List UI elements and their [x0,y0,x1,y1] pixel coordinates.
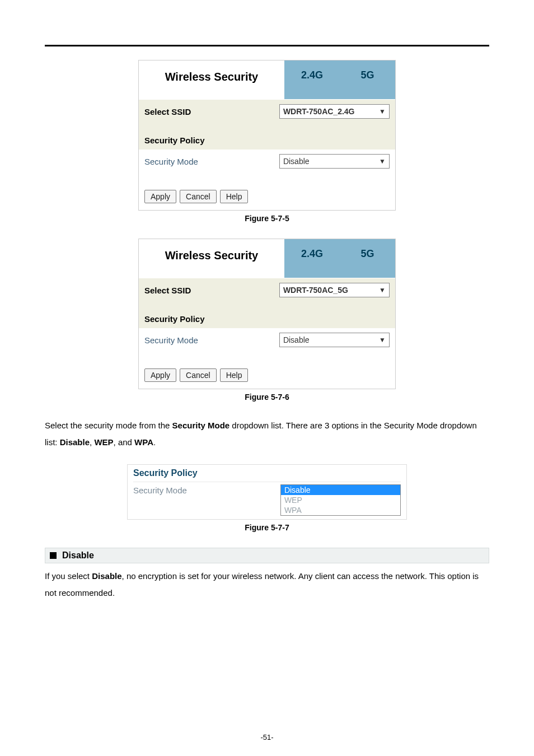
select-ssid-dropdown[interactable]: WDRT-750AC_2.4G ▼ [279,104,390,119]
help-button[interactable]: Help [220,368,249,382]
panel-header: Wireless Security 2.4G 5G [139,60,395,100]
option-disable[interactable]: Disable [281,485,400,495]
security-mode-value: Disable [283,335,310,344]
cancel-button[interactable]: Cancel [180,190,217,203]
panel-title: Wireless Security [139,239,284,278]
select-ssid-value: WDRT-750AC_2.4G [283,107,355,116]
panel-actions: Apply Cancel Help [139,173,395,209]
figure-caption-577: Figure 5-7-7 [45,523,489,532]
subsection-header-disable: Disable [45,548,489,563]
chevron-down-icon: ▼ [379,336,386,344]
panel-header: Wireless Security 2.4G 5G [139,239,395,278]
band-tabs: 2.4G 5G [284,60,395,99]
figure-caption-575: Figure 5-7-5 [45,214,489,223]
help-button[interactable]: Help [220,190,249,203]
tab-2-4g[interactable]: 2.4G [284,244,340,264]
panel-gap [139,123,395,131]
security-mode-label: Security Mode [144,335,279,345]
chevron-down-icon: ▼ [379,286,386,294]
wireless-security-panel-24g: Wireless Security 2.4G 5G Select SSID WD… [138,60,396,211]
paragraph-security-mode-intro: Select the security mode from the Securi… [45,417,489,451]
security-mode-value: Disable [283,157,310,166]
square-bullet-icon [50,552,57,559]
panel-actions: Apply Cancel Help [139,352,395,388]
security-mode-options-panel: Security Policy Security Mode Disable WE… [127,464,407,520]
security-policy-label: Security Policy [144,136,279,145]
security-mode-dropdown[interactable]: Disable ▼ [279,154,390,169]
page: Wireless Security 2.4G 5G Select SSID WD… [0,0,534,756]
security-mode-dropdown[interactable]: Disable ▼ [279,333,390,347]
select-ssid-dropdown[interactable]: WDRT-750AC_5G ▼ [279,283,390,297]
select-ssid-value: WDRT-750AC_5G [283,286,348,295]
security-mode-label: Security Mode [144,157,279,166]
panel-gap [139,302,395,310]
wireless-security-panel-5g: Wireless Security 2.4G 5G Select SSID WD… [138,239,396,389]
security-mode-label: Security Mode [133,484,280,516]
subsection-title: Disable [62,550,94,561]
security-policy-label: Security Policy [133,466,401,482]
select-ssid-label: Select SSID [144,286,279,295]
tab-5g[interactable]: 5G [340,244,395,264]
security-mode-dropdown-open[interactable]: Disable WEP WPA [280,484,401,516]
security-mode-row: Security Mode Disable WEP WPA [133,484,401,516]
tab-2-4g[interactable]: 2.4G [284,65,340,86]
tab-5g[interactable]: 5G [340,65,395,86]
security-policy-header: Security Policy [139,310,395,328]
page-number: -51- [0,733,534,741]
apply-button[interactable]: Apply [144,368,176,382]
band-tabs: 2.4G 5G [284,239,395,278]
option-wep[interactable]: WEP [281,495,400,505]
option-wpa[interactable]: WPA [281,505,400,515]
panel-title: Wireless Security [139,60,284,99]
figure-caption-576: Figure 5-7-6 [45,393,489,402]
top-rule [45,45,489,46]
paragraph-disable-description: If you select Disable, no encryption is … [45,568,489,601]
security-mode-row: Security Mode Disable ▼ [144,328,390,352]
select-ssid-label: Select SSID [144,107,279,116]
security-policy-header: Security Policy [139,131,395,150]
apply-button[interactable]: Apply [144,190,176,203]
cancel-button[interactable]: Cancel [180,368,217,382]
security-mode-row: Security Mode Disable ▼ [144,150,390,173]
chevron-down-icon: ▼ [379,108,386,115]
select-ssid-row: Select SSID WDRT-750AC_2.4G ▼ [139,100,395,123]
security-policy-label: Security Policy [144,314,279,324]
select-ssid-row: Select SSID WDRT-750AC_5G ▼ [139,278,395,302]
chevron-down-icon: ▼ [379,157,386,165]
